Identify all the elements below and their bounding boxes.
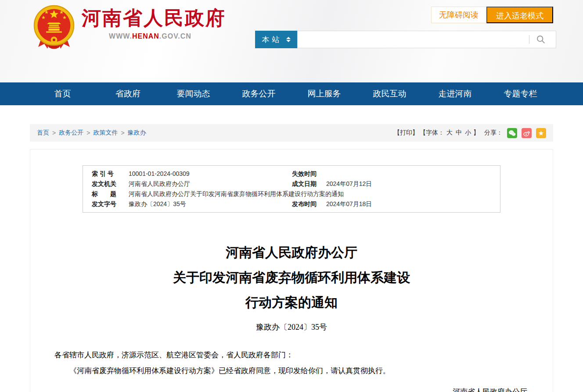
nav-item-home[interactable]: 首页: [30, 82, 95, 105]
breadcrumb-gov-affairs[interactable]: 政务公开: [59, 129, 83, 137]
document-title-line: 行动方案的通知: [30, 290, 553, 315]
document-meta-table: 索 引 号 10001-01-2024-00309 失效时间 发文机关 河南省人…: [83, 165, 500, 213]
meta-value-expiry: [326, 169, 491, 179]
meta-value-publish-date: 2024年07月18日: [326, 199, 491, 209]
breadcrumb-yuzhengban[interactable]: 豫政办: [128, 129, 146, 137]
nav-item-news[interactable]: 要闻动态: [161, 82, 226, 105]
site-header: 河南省人民政府 WWW.HENAN.GOV.CN 无障碍阅读 进入适老模式 本站: [0, 0, 583, 82]
breadcrumb: 首页 > 政务公开 > 政策文件 > 豫政办: [37, 129, 146, 137]
favorite-star-icon[interactable]: ★: [536, 128, 546, 138]
meta-label-index: 索 引 号: [92, 169, 129, 179]
document-title-line: 关于印发河南省废弃物循环利用体系建设: [30, 265, 553, 290]
site-url-prefix: WWW.: [109, 32, 132, 40]
breadcrumb-bar: 首页 > 政务公开 > 政策文件 > 豫政办 【打印】 【字体： 大 中 小 】…: [30, 124, 553, 142]
font-size-small-button[interactable]: 小: [465, 129, 471, 137]
elder-mode-button[interactable]: 进入适老模式: [486, 7, 553, 23]
breadcrumb-home[interactable]: 首页: [37, 129, 49, 137]
meta-value-title: 河南省人民政府办公厅关于印发河南省废弃物循环利用体系建设行动方案的通知: [129, 189, 491, 199]
document-body: 各省辖市人民政府，济源示范区、航空港区管委会，省人民政府各部门： 《河南省废弃物…: [54, 347, 529, 379]
search-bar: 本站: [255, 31, 556, 48]
meta-row-index: 索 引 号 10001-01-2024-00309 失效时间: [83, 169, 500, 179]
meta-row-agency: 发文机关 河南省人民政府办公厅 成文日期 2024年07月12日: [83, 179, 500, 189]
site-url-domain: HENAN: [132, 32, 159, 40]
dropdown-arrows-icon: [286, 37, 291, 42]
breadcrumb-separator: >: [52, 129, 56, 136]
meta-label-docnum: 发文字号: [92, 199, 129, 209]
wechat-share-icon[interactable]: [507, 128, 517, 138]
breadcrumb-separator: >: [86, 129, 90, 136]
meta-label-agency: 发文机关: [92, 179, 129, 189]
document-panel: 索 引 号 10001-01-2024-00309 失效时间 发文机关 河南省人…: [30, 149, 553, 392]
print-button[interactable]: 【打印】: [394, 129, 418, 137]
weibo-share-icon[interactable]: [522, 128, 532, 138]
nav-item-public-interaction[interactable]: 政民互动: [357, 82, 422, 105]
meta-value-index: 10001-01-2024-00309: [129, 169, 292, 179]
share-label: 分享：: [484, 129, 503, 137]
meta-label-expiry: 失效时间: [292, 169, 326, 179]
signature-agency: 河南省人民政府办公厅: [453, 388, 527, 392]
font-size-medium-button[interactable]: 中: [456, 129, 462, 137]
font-size-label-prefix: 【字体：: [420, 129, 444, 137]
font-size-label-suffix: 】: [473, 129, 479, 137]
site-title: 河南省人民政府: [82, 5, 226, 31]
nav-item-online-services[interactable]: 网上服务: [292, 82, 357, 105]
meta-label-publish-date: 发布时间: [292, 199, 326, 209]
document-title: 河南省人民政府办公厅 关于印发河南省废弃物循环利用体系建设 行动方案的通知: [30, 240, 553, 315]
meta-value-docnum: 豫政办〔2024〕35号: [129, 199, 292, 209]
search-icon[interactable]: [536, 35, 545, 44]
nav-item-about-henan[interactable]: 走进河南: [422, 82, 488, 105]
search-scope-label: 本站: [262, 35, 282, 45]
search-input[interactable]: [298, 31, 529, 48]
document-paragraph: 各省辖市人民政府，济源示范区、航空港区管委会，省人民政府各部门：: [54, 347, 529, 363]
breadcrumb-policy-docs[interactable]: 政策文件: [93, 129, 118, 137]
site-url: WWW.HENAN.GOV.CN: [82, 32, 219, 40]
site-url-suffix: .GOV.CN: [159, 32, 191, 40]
document-title-line: 河南省人民政府办公厅: [30, 240, 553, 265]
national-emblem-logo: [30, 3, 78, 52]
meta-row-title: 标 题 河南省人民政府办公厅关于印发河南省废弃物循环利用体系建设行动方案的通知: [83, 189, 500, 199]
document-number: 豫政办〔2024〕35号: [30, 322, 553, 332]
accessibility-reading-button[interactable]: 无障碍阅读: [431, 7, 486, 23]
meta-label-title: 标 题: [92, 189, 129, 199]
nav-item-provincial-gov[interactable]: 省政府: [95, 82, 161, 105]
signature-block: 河南省人民政府办公厅 2024年7月12日: [30, 384, 553, 392]
nav-item-gov-affairs[interactable]: 政务公开: [226, 82, 292, 105]
main-navigation: 首页 省政府 要闻动态 政务公开 网上服务 政民互动 走进河南 专题专栏: [0, 82, 583, 105]
page-tools: 【打印】 【字体： 大 中 小 】 分享：: [394, 128, 546, 138]
font-size-large-button[interactable]: 大: [446, 129, 453, 137]
nav-item-special-topics[interactable]: 专题专栏: [488, 82, 553, 105]
meta-value-agency: 河南省人民政府办公厅: [129, 179, 292, 189]
search-divider: [529, 35, 529, 44]
meta-value-written-date: 2024年07月12日: [326, 179, 491, 189]
search-scope-dropdown[interactable]: 本站: [255, 31, 297, 48]
breadcrumb-separator: >: [121, 129, 124, 136]
meta-label-written-date: 成文日期: [292, 179, 326, 189]
meta-row-docnum: 发文字号 豫政办〔2024〕35号 发布时间 2024年07月18日: [83, 199, 500, 209]
document-paragraph: 《河南省废弃物循环利用体系建设行动方案》已经省政府同意，现印发给你们，请认真贯彻…: [54, 363, 529, 379]
